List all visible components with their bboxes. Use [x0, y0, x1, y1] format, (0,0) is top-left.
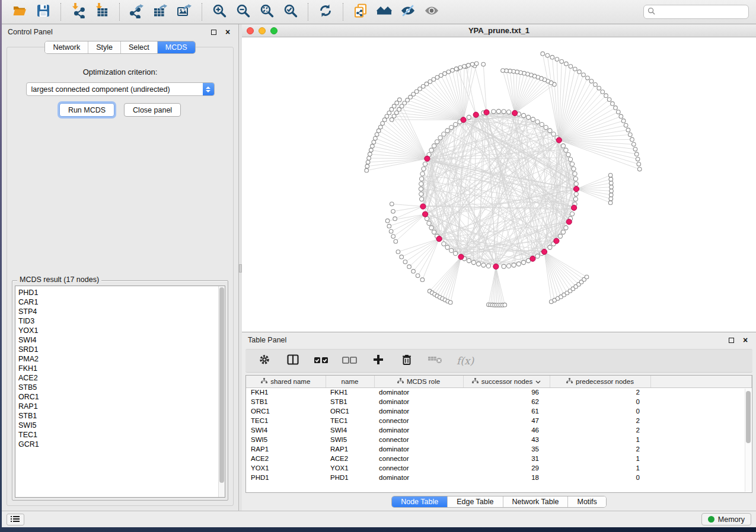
mcds-result-item[interactable]: SWI5	[18, 421, 218, 430]
close-table-panel-icon[interactable]: ×	[741, 335, 750, 345]
column-header-predecessor-nodes[interactable]: predecessor nodes	[550, 376, 650, 387]
deselect-all-rows-button[interactable]	[343, 354, 357, 368]
table-cell-filler	[650, 387, 752, 397]
network-title: YPA_prune.txt_1	[242, 26, 756, 35]
column-header-shared-name[interactable]: shared name	[246, 376, 326, 387]
column-header-MCDS-role[interactable]: MCDS role	[374, 376, 463, 387]
table-cell: 0	[550, 406, 650, 416]
mcds-result-item[interactable]: PMA2	[18, 354, 218, 364]
table-cell: dominator	[374, 425, 463, 435]
select-all-rows-button[interactable]	[314, 354, 328, 368]
clone-network-button[interactable]	[350, 2, 371, 21]
save-session-button[interactable]	[33, 2, 54, 21]
table-row[interactable]: FKH1FKH1dominator962	[246, 387, 752, 397]
table-row[interactable]: YOX1YOX1connector291	[246, 463, 752, 473]
mcds-result-item[interactable]: FKH1	[18, 364, 218, 373]
zoom-fit-button[interactable]	[256, 2, 277, 21]
table-cell-filler	[650, 416, 752, 425]
mcds-result-item[interactable]: STP4	[18, 307, 218, 316]
table-panel: Table Panel × f(x) shared namenameMCDS r…	[242, 332, 756, 511]
zoom-in-button[interactable]	[209, 2, 230, 21]
table-cell: RAP1	[326, 444, 374, 454]
import-table-button[interactable]	[91, 2, 113, 21]
export-network-icon	[129, 3, 145, 21]
table-row[interactable]: ORC1ORC1dominator610	[246, 406, 752, 416]
mcds-result-item[interactable]: SWI4	[18, 335, 218, 345]
export-table-button[interactable]	[150, 2, 171, 21]
table-cell: SWI4	[326, 425, 374, 435]
show-details-icon	[424, 3, 439, 21]
tab-mcds[interactable]: MCDS	[158, 41, 195, 53]
export-image-button[interactable]	[174, 2, 195, 21]
column-header-name[interactable]: name	[326, 376, 374, 387]
network-titlebar: YPA_prune.txt_1	[242, 24, 756, 37]
table-row[interactable]: SWI5SWI5connector431	[246, 435, 752, 444]
open-file-button[interactable]	[9, 2, 30, 21]
mcds-result-item[interactable]: ACE2	[18, 373, 218, 383]
add-column-icon	[372, 354, 384, 368]
mcds-result-item[interactable]: RAP1	[18, 402, 218, 411]
criterion-dropdown[interactable]: largest connected component (undirected)	[26, 82, 215, 96]
mcds-result-item[interactable]: YOX1	[18, 326, 218, 335]
table-options-button[interactable]	[257, 354, 272, 368]
import-table-icon	[94, 3, 110, 21]
close-panel-button[interactable]: Close panel	[124, 103, 181, 117]
dropdown-stepper-icon	[203, 82, 214, 96]
mcds-result-item[interactable]: PHD1	[18, 288, 218, 297]
delete-column-button[interactable]	[400, 354, 414, 368]
table-row[interactable]: SWI4SWI4dominator462	[246, 425, 752, 435]
tab-motifs[interactable]: Motifs	[568, 496, 605, 507]
mcds-result-item[interactable]: ORC1	[18, 392, 218, 402]
mcds-result-scrollbar[interactable]	[218, 286, 225, 497]
open-file-icon	[12, 3, 27, 21]
memory-button[interactable]: Memory	[701, 513, 751, 525]
table-row[interactable]: ACE2ACE2connector311	[246, 454, 752, 463]
refresh-view-button[interactable]	[315, 2, 336, 21]
table-row[interactable]: RAP1RAP1dominator352	[246, 444, 752, 454]
export-network-button[interactable]	[126, 2, 148, 21]
import-network-button[interactable]	[68, 2, 89, 21]
tab-select[interactable]: Select	[121, 41, 158, 53]
delete-column-icon	[401, 354, 413, 368]
zoom-selected-button[interactable]	[280, 2, 301, 21]
float-panel-icon[interactable]	[209, 27, 218, 37]
zoom-out-button[interactable]	[232, 2, 254, 21]
mcds-result-item[interactable]: CAR1	[18, 297, 218, 307]
table-cell: ACE2	[246, 454, 326, 463]
zoom-fit-icon	[259, 3, 275, 21]
table-cell: ORC1	[246, 406, 326, 416]
mcds-result-item[interactable]: TID3	[18, 316, 218, 326]
task-history-button[interactable]	[7, 514, 24, 525]
mcds-result-item[interactable]: STB5	[18, 383, 218, 392]
float-table-panel-icon[interactable]	[726, 335, 736, 345]
table-tabs-bar: Node TableEdge TableNetwork TableMotifs	[242, 493, 756, 511]
column-layout-button[interactable]	[286, 354, 300, 368]
tab-style[interactable]: Style	[88, 41, 121, 53]
clone-network-icon	[353, 3, 368, 21]
refresh-view-icon	[318, 3, 333, 21]
mcds-result-item[interactable]: TEC1	[18, 430, 218, 440]
hide-details-button[interactable]	[397, 2, 419, 21]
tab-network[interactable]: Network	[45, 41, 88, 53]
search-box[interactable]	[643, 5, 749, 19]
close-panel-icon[interactable]: ×	[223, 27, 232, 37]
tab-edge-table[interactable]: Edge Table	[448, 496, 503, 507]
search-input[interactable]	[658, 8, 749, 16]
mcds-result-item[interactable]: GCR1	[18, 440, 218, 449]
table-row[interactable]: TEC1TEC1connector472	[246, 416, 752, 425]
show-details-button[interactable]	[421, 2, 442, 21]
tab-network-table[interactable]: Network Table	[503, 496, 569, 507]
home-button[interactable]	[374, 2, 395, 21]
column-header-successor-nodes[interactable]: successor nodes	[463, 376, 550, 387]
mcds-result-item[interactable]: SRD1	[18, 345, 218, 354]
mcds-result-item[interactable]: STB1	[18, 411, 218, 421]
table-row[interactable]: PHD1PHD1dominator180	[246, 473, 752, 482]
table-row[interactable]: STB1STB1dominator620	[246, 397, 752, 406]
add-column-button[interactable]	[371, 354, 385, 368]
table-scrollbar[interactable]	[745, 389, 751, 492]
mcds-result-list: PHD1CAR1STP4TID3YOX1SWI4SRD1PMA2FKH1ACE2…	[15, 286, 218, 497]
tab-node-table[interactable]: Node Table	[392, 496, 448, 507]
table-cell: FKH1	[246, 387, 326, 397]
network-canvas[interactable]	[242, 37, 756, 332]
run-mcds-button[interactable]: Run MCDS	[59, 103, 114, 117]
